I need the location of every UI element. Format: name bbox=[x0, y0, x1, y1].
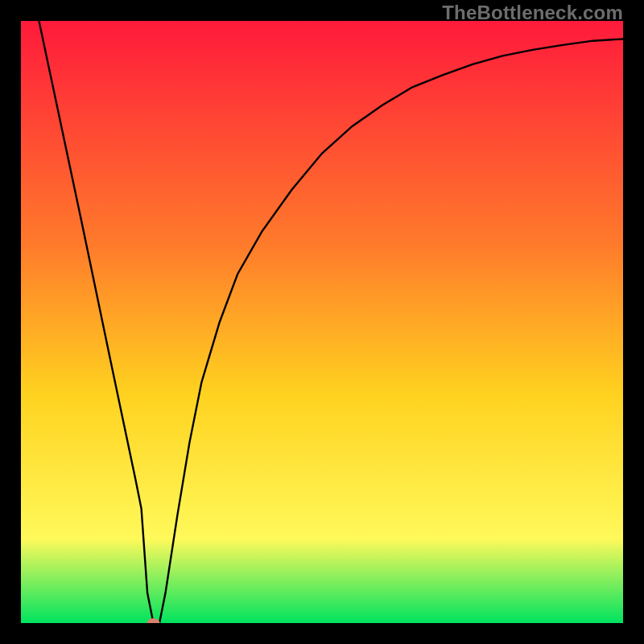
plot-area bbox=[21, 21, 623, 623]
gradient-background bbox=[21, 21, 623, 623]
plot-svg bbox=[21, 21, 623, 623]
chart-frame: TheBottleneck.com bbox=[0, 0, 644, 644]
